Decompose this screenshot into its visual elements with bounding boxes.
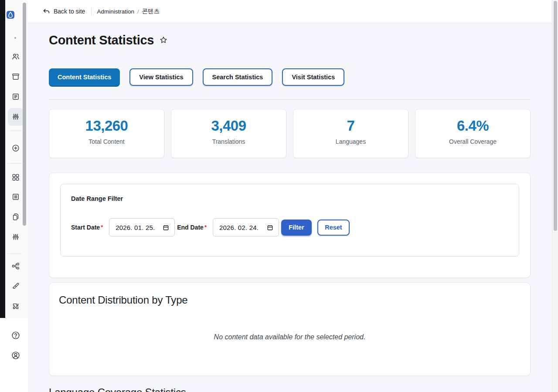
- stat-value: 6.4%: [457, 118, 489, 134]
- content-box-icon[interactable]: [11, 72, 20, 81]
- paintbrush-icon[interactable]: [11, 282, 20, 291]
- section-divider: [49, 99, 531, 100]
- stat-label: Languages: [336, 138, 366, 145]
- tab-view-statistics[interactable]: View Statistics: [129, 68, 193, 86]
- page-scrollbar-thumb[interactable]: [554, 1, 557, 231]
- empty-data-message: No content data available for the select…: [59, 333, 521, 341]
- sliders-icon-active[interactable]: [11, 112, 20, 121]
- stat-label: Total Content: [88, 138, 125, 145]
- toolbar-separator: [91, 7, 92, 15]
- calendar-icon[interactable]: [163, 224, 169, 231]
- help-icon[interactable]: [11, 331, 20, 340]
- title-row: Content Statistics: [49, 30, 531, 50]
- language-coverage-title: Language Coverage Statistics: [49, 386, 531, 392]
- bookmark-star-icon[interactable]: [159, 36, 168, 46]
- stat-value: 7: [347, 118, 355, 134]
- date-filter-card: Date Range Filter Start Date* 2026. 01. …: [49, 172, 531, 278]
- required-mark: *: [101, 224, 103, 230]
- stat-card-languages: 7 Languages: [293, 109, 408, 158]
- back-to-site-label: Back to site: [54, 8, 85, 15]
- fieldset-legend: Date Range Filter: [71, 195, 508, 202]
- sidebar-scrollbar-thumb[interactable]: [23, 3, 26, 226]
- stat-label: Translations: [212, 138, 245, 145]
- reset-button[interactable]: Reset: [317, 220, 350, 236]
- sidebar-footer: [0, 318, 28, 392]
- required-mark: *: [204, 224, 207, 230]
- stat-value: 3,409: [211, 118, 246, 134]
- breadcrumb-administration[interactable]: Administration: [97, 8, 134, 15]
- content-distribution-title: Content Distribution by Type: [59, 294, 521, 306]
- breadcrumb-current[interactable]: 콘텐츠: [142, 7, 160, 15]
- page-scrollbar-track: [552, 0, 558, 392]
- end-date-label: End Date*: [177, 224, 207, 231]
- rail-divider: [7, 163, 22, 164]
- rail-divider: [7, 131, 22, 131]
- filter-button[interactable]: Filter: [281, 220, 312, 236]
- tab-search-statistics[interactable]: Search Statistics: [203, 68, 273, 86]
- statistics-tabs: Content Statistics View Statistics Searc…: [49, 68, 531, 86]
- start-date-input[interactable]: 2026. 01. 25.: [109, 218, 175, 237]
- breadcrumb-separator: /: [137, 8, 139, 15]
- notification-dot: [14, 37, 16, 39]
- add-circle-icon[interactable]: [11, 144, 20, 152]
- droplet-icon: [7, 11, 14, 19]
- article-icon[interactable]: [11, 92, 20, 101]
- rail-divider: [7, 253, 22, 254]
- share-nodes-icon[interactable]: [11, 262, 20, 270]
- back-arrow-icon: [43, 8, 50, 15]
- content-distribution-card: Content Distribution by Type No content …: [49, 282, 531, 376]
- page-title: Content Statistics: [49, 33, 154, 47]
- end-date-input[interactable]: 2026. 02. 24.: [213, 218, 279, 237]
- main-area: Back to site Administration / 콘텐츠 Conten…: [28, 0, 552, 392]
- sliders-icon[interactable]: [11, 233, 20, 241]
- tab-content-statistics[interactable]: Content Statistics: [49, 68, 120, 86]
- stat-label: Overall Coverage: [449, 138, 497, 145]
- start-date-value: 2026. 01. 25.: [116, 224, 155, 231]
- tab-visit-statistics[interactable]: Visit Statistics: [282, 68, 344, 86]
- files-icon[interactable]: [11, 213, 20, 221]
- end-date-value: 2026. 02. 24.: [219, 224, 259, 231]
- date-filter-row: Start Date* 2026. 01. 25. End Date* 2026…: [71, 218, 508, 237]
- calendar-icon[interactable]: [267, 224, 273, 231]
- list-article-icon[interactable]: [11, 193, 20, 201]
- stat-card-overall-coverage: 6.4% Overall Coverage: [415, 109, 531, 158]
- drupal-logo[interactable]: [7, 11, 14, 19]
- puzzle-icon[interactable]: [11, 302, 20, 311]
- stat-cards-row: 13,260 Total Content 3,409 Translations …: [49, 109, 531, 158]
- stat-value: 13,260: [85, 118, 128, 134]
- account-icon[interactable]: [11, 351, 20, 360]
- blocks-grid-icon[interactable]: [11, 173, 20, 182]
- back-to-site-link[interactable]: Back to site: [43, 8, 85, 15]
- users-icon[interactable]: [11, 52, 20, 61]
- stat-card-translations: 3,409 Translations: [171, 109, 286, 158]
- start-date-label: Start Date*: [71, 224, 103, 231]
- date-filter-fieldset: Date Range Filter Start Date* 2026. 01. …: [60, 184, 519, 257]
- stat-card-total-content: 13,260 Total Content: [49, 109, 164, 158]
- page-content: Content Statistics Content Statistics Vi…: [28, 23, 552, 392]
- admin-toolbar: Back to site Administration / 콘텐츠: [28, 0, 552, 23]
